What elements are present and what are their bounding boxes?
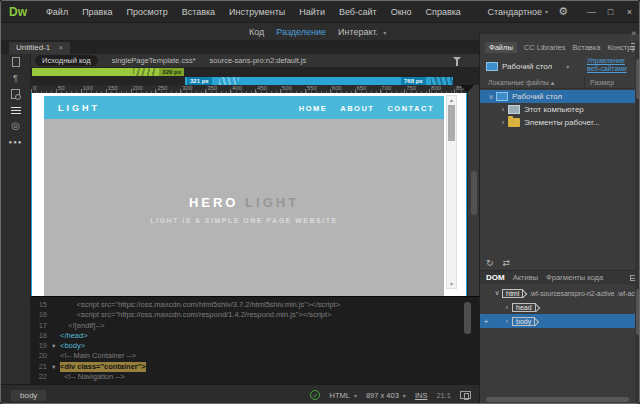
file-tree-row[interactable]: ›Этот компьютер bbox=[480, 103, 640, 116]
menubar-item[interactable]: Файл bbox=[39, 7, 75, 17]
code-line[interactable]: 18</head> bbox=[31, 331, 479, 341]
design-nav-link[interactable]: HOME bbox=[299, 104, 328, 113]
view-mode-button[interactable]: Интеракт.▾ bbox=[338, 27, 386, 37]
panel-tab-item[interactable]: CC Libraries bbox=[524, 43, 566, 52]
related-file[interactable]: Исходный код bbox=[35, 55, 98, 66]
site-select[interactable]: Рабочий стол bbox=[502, 62, 552, 71]
code-line[interactable]: 20<!-- Main Container --> bbox=[31, 351, 479, 361]
fold-arrow-icon[interactable]: ▼ bbox=[51, 362, 60, 372]
files-scrollbar-thumb[interactable] bbox=[636, 59, 640, 99]
design-vertical-scrollbar[interactable]: ▲ ▼ bbox=[446, 95, 457, 289]
code-line[interactable]: 17 <![endif]--> bbox=[31, 321, 479, 331]
fold-arrow-icon[interactable] bbox=[51, 300, 60, 310]
menubar-item[interactable]: Просмотр bbox=[120, 7, 175, 17]
add-element-icon[interactable]: + bbox=[480, 317, 492, 326]
tab-close-icon[interactable]: × bbox=[58, 43, 63, 52]
dom-tree-row[interactable]: +›body bbox=[480, 314, 640, 328]
tree-expander-icon[interactable]: ∨ bbox=[492, 289, 502, 297]
scroll-up-icon[interactable]: ▲ bbox=[447, 97, 456, 103]
site-brand[interactable]: LIGHT bbox=[58, 103, 100, 113]
column-size[interactable]: Размер bbox=[584, 77, 614, 89]
code-line[interactable]: 15 <script src="https://oss.maxcdn.com/h… bbox=[31, 300, 479, 310]
design-hero-section[interactable]: HERO LIGHT LIGHT IS A SIMPLE ONE PAGE WE… bbox=[44, 119, 444, 296]
menubar-item[interactable]: Найти bbox=[292, 7, 332, 17]
fold-arrow-icon[interactable]: ▼ bbox=[51, 341, 60, 351]
view-mode-active[interactable]: Разделение bbox=[276, 27, 326, 37]
scroll-down-icon[interactable]: ▼ bbox=[447, 281, 456, 287]
fold-arrow-icon[interactable] bbox=[51, 331, 60, 341]
dom-tree-row[interactable]: ∨html.wf-sourcesanspro-n2-active .wf-act… bbox=[480, 286, 640, 300]
tree-expander-icon[interactable]: ∨ bbox=[486, 93, 496, 101]
manage-sites-link[interactable]: Управление веб-сайтами bbox=[587, 57, 635, 73]
dom-tag-chip[interactable]: body bbox=[512, 317, 535, 326]
fold-arrow-icon[interactable] bbox=[51, 351, 60, 361]
design-nav-bar[interactable]: LIGHT HOMEABOUTCONTACT bbox=[44, 96, 444, 119]
dom-panel-tab-item[interactable]: Активы bbox=[513, 273, 538, 282]
doc-type-select[interactable]: HTML▾ bbox=[329, 391, 356, 400]
files-footer-refresh-icon[interactable]: ↻ bbox=[486, 258, 494, 268]
collapse-panels-icon[interactable]: » bbox=[631, 28, 636, 38]
insert-mode-indicator[interactable]: INS bbox=[415, 391, 428, 400]
menubar-item[interactable]: Окно bbox=[384, 7, 419, 17]
code-scrollbar-thumb[interactable] bbox=[464, 302, 471, 334]
panel-tab-item[interactable]: Вставка bbox=[573, 43, 601, 52]
file-tree-row[interactable]: ›Элементы рабочег... bbox=[480, 116, 640, 129]
formatting-button[interactable]: ¶ bbox=[1, 70, 30, 86]
tree-expander-icon[interactable]: › bbox=[498, 119, 508, 126]
menubar-item[interactable]: Правка bbox=[75, 7, 119, 17]
design-nav-link[interactable]: CONTACT bbox=[387, 104, 434, 113]
scrollbar-thumb[interactable] bbox=[448, 105, 455, 141]
files-footer-sync-icon[interactable]: ⇄ bbox=[503, 258, 511, 268]
chevron-down-icon[interactable]: ▾ bbox=[566, 63, 569, 70]
window-size-select[interactable]: 897 x 403▾ bbox=[366, 391, 406, 400]
fold-arrow-icon[interactable] bbox=[51, 321, 60, 331]
dom-panel-tab-item[interactable]: Фрагменты кода bbox=[546, 273, 603, 282]
document-tab[interactable]: Untitled-1 × bbox=[9, 42, 70, 54]
menubar-item[interactable]: Веб-сайт bbox=[332, 7, 384, 17]
code-line[interactable]: 21▼<div class="container"> bbox=[31, 362, 479, 372]
more-tools-button[interactable]: ●●● bbox=[1, 134, 30, 150]
media-query-blue-range[interactable]: 321 px 768 px bbox=[185, 77, 453, 85]
related-file[interactable]: singlePageTemplate.css* bbox=[112, 56, 196, 65]
format-source-button[interactable] bbox=[1, 102, 30, 118]
sync-settings-icon[interactable]: ⚙ bbox=[558, 5, 568, 18]
code-line[interactable]: 22 <!-- Navigation --> bbox=[31, 372, 479, 382]
tree-expander-icon[interactable]: › bbox=[502, 304, 512, 311]
dom-tag-chip[interactable]: html bbox=[502, 289, 523, 298]
minimize-button[interactable]: — bbox=[582, 7, 601, 17]
menubar-item[interactable]: Инструменты bbox=[222, 7, 292, 17]
fold-arrow-icon[interactable] bbox=[51, 310, 60, 320]
design-nav-link[interactable]: ABOUT bbox=[340, 104, 374, 113]
splitter-gutter[interactable] bbox=[467, 85, 479, 296]
related-file[interactable]: source-sans-pro:n2:default.js bbox=[210, 56, 307, 65]
viewport-resize-handle[interactable] bbox=[460, 85, 474, 93]
menubar-item[interactable]: Вставка bbox=[175, 7, 222, 17]
code-view[interactable]: 15 <script src="https://oss.maxcdn.com/h… bbox=[31, 296, 479, 384]
chevron-down-icon[interactable]: ▾ bbox=[545, 8, 548, 15]
select-tool-button[interactable]: ◎ bbox=[1, 118, 30, 134]
view-mode-button[interactable]: Код bbox=[249, 27, 264, 37]
dom-horizontal-scrollbar[interactable] bbox=[486, 397, 629, 402]
dom-panel-tab-active[interactable]: DOM bbox=[486, 273, 505, 282]
column-local-files[interactable]: Локальные файлы ▴ bbox=[488, 77, 554, 89]
media-query-green-range[interactable]: 320 px bbox=[32, 68, 184, 76]
menubar-item[interactable]: Справка bbox=[419, 7, 468, 17]
maximize-button[interactable]: □ bbox=[601, 7, 620, 17]
tag-selector-body[interactable]: body bbox=[11, 390, 46, 401]
tree-expander-icon[interactable]: › bbox=[498, 106, 508, 113]
file-tree-row[interactable]: ∨Рабочий стол bbox=[480, 90, 640, 103]
workspace-switcher[interactable]: Стандартное bbox=[487, 7, 542, 17]
close-button[interactable]: × bbox=[620, 7, 639, 17]
code-line[interactable]: 16 <script src="https://oss.maxcdn.com/r… bbox=[31, 310, 479, 320]
fold-arrow-icon[interactable] bbox=[51, 372, 60, 382]
dom-tag-chip[interactable]: head bbox=[512, 303, 536, 312]
tree-expander-icon[interactable]: › bbox=[502, 318, 512, 325]
design-view[interactable]: LIGHT HOMEABOUTCONTACT HERO LIGHT LIGHT … bbox=[31, 93, 467, 296]
open-documents-button[interactable] bbox=[1, 54, 30, 70]
splitter-grip[interactable] bbox=[471, 171, 477, 215]
code-line[interactable]: 19▼<body> bbox=[31, 341, 479, 351]
panel-tab-active[interactable]: Файлы bbox=[485, 42, 517, 53]
live-code-inspect-button[interactable] bbox=[1, 86, 30, 102]
dom-tree-row[interactable]: ›head bbox=[480, 300, 640, 314]
filter-funnel-icon[interactable] bbox=[453, 57, 461, 61]
